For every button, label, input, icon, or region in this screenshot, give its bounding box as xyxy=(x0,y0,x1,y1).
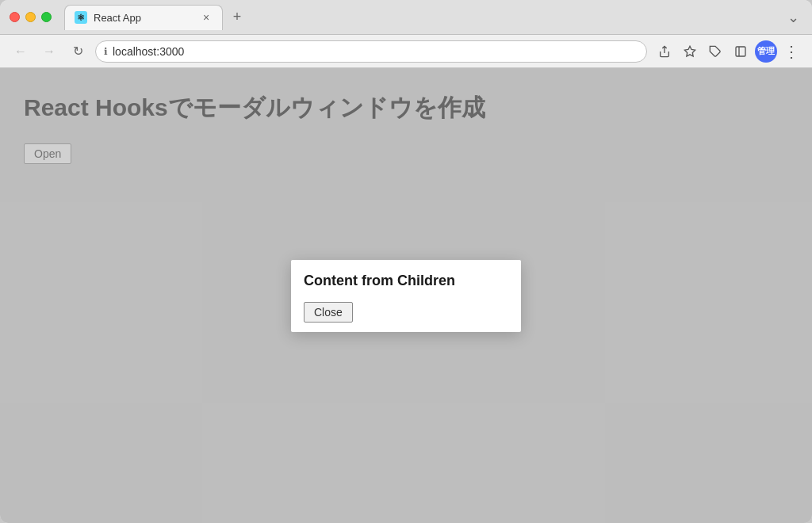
traffic-lights xyxy=(10,12,52,22)
active-tab[interactable]: ⚛ React App × xyxy=(64,5,223,30)
url-bar[interactable]: ℹ localhost:3000 xyxy=(95,40,647,63)
url-text: localhost:3000 xyxy=(113,45,637,58)
page-content: React Hooksでモーダルウィンドウを作成 Open Content fr… xyxy=(0,68,812,523)
user-avatar[interactable]: 管理 xyxy=(755,40,777,63)
bookmark-button[interactable] xyxy=(679,40,701,63)
share-button[interactable] xyxy=(653,40,676,63)
reload-button[interactable]: ↻ xyxy=(67,40,89,63)
svg-rect-2 xyxy=(736,47,745,56)
close-window-button[interactable] xyxy=(10,12,20,22)
svg-marker-0 xyxy=(684,46,695,56)
tab-overflow-button[interactable]: ⌄ xyxy=(784,6,802,29)
maximize-window-button[interactable] xyxy=(41,12,52,22)
title-bar: ⚛ React App × + ⌄ xyxy=(0,0,812,35)
tab-close-icon[interactable]: × xyxy=(200,11,213,24)
browser-menu-button[interactable]: ⋮ xyxy=(780,42,802,61)
address-bar: ← → ↻ ℹ localhost:3000 xyxy=(0,35,812,68)
browser-window: ⚛ React App × + ⌄ ← → ↻ ℹ localhost:3000 xyxy=(0,0,812,523)
tab-title-label: React App xyxy=(94,12,193,24)
lock-icon: ℹ xyxy=(104,46,108,57)
tab-favicon-icon: ⚛ xyxy=(75,11,87,24)
sidebar-button[interactable] xyxy=(730,40,752,63)
modal-overlay: Content from Children Close xyxy=(0,68,812,523)
toolbar-icons: 管理 ⋮ xyxy=(653,40,802,63)
modal-content-text: Content from Children xyxy=(304,273,508,289)
extensions-button[interactable] xyxy=(704,40,726,63)
forward-button[interactable]: → xyxy=(38,40,60,63)
tab-bar: ⚛ React App × + ⌄ xyxy=(64,5,802,30)
close-modal-button[interactable]: Close xyxy=(304,302,353,323)
minimize-window-button[interactable] xyxy=(25,12,36,22)
back-button[interactable]: ← xyxy=(10,40,32,63)
modal-dialog: Content from Children Close xyxy=(291,260,521,332)
new-tab-button[interactable]: + xyxy=(226,6,248,29)
